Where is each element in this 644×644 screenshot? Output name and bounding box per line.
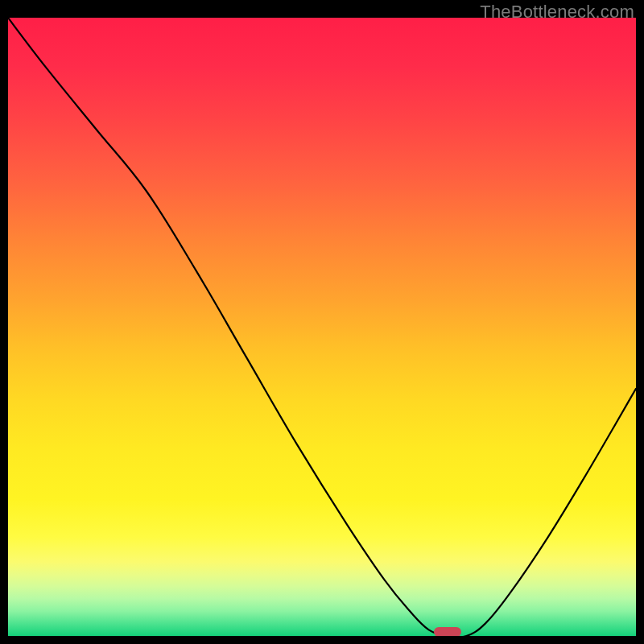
optimum-marker xyxy=(434,627,461,636)
bottleneck-curve-svg xyxy=(8,18,636,636)
bottleneck-curve-path xyxy=(8,18,636,636)
chart-frame: TheBottleneck.com xyxy=(0,0,644,644)
plot-area xyxy=(8,18,636,636)
